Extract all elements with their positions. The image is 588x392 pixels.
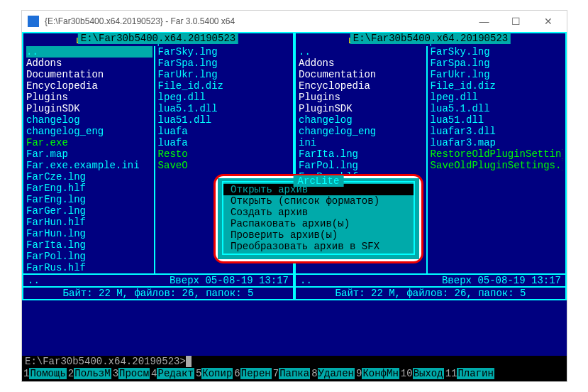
file-item[interactable]: RestoreOldPluginSettin}	[431, 148, 562, 160]
left-panel-path: E:\Far30b5400.x64.20190523	[78, 33, 238, 44]
file-item[interactable]: FarPol.lng	[299, 160, 425, 171]
file-item[interactable]: FarIta.lng	[26, 239, 152, 251]
file-item[interactable]: FarUkr.lng	[158, 69, 290, 80]
file-item[interactable]: FarEng.lng	[26, 194, 152, 205]
file-item[interactable]: Encyclopedia	[299, 80, 425, 92]
fkey-11[interactable]: 11Плагин	[445, 368, 494, 379]
file-item[interactable]: Far.exe.example.ini	[26, 160, 152, 171]
file-item[interactable]: File_id.diz	[158, 80, 290, 92]
file-item[interactable]: lpeg.dll	[158, 92, 290, 103]
fkey-9[interactable]: 9КонфМн	[356, 368, 399, 379]
fkey-5[interactable]: 5Копир	[196, 368, 233, 379]
file-item[interactable]: Plugins	[299, 92, 425, 103]
file-item[interactable]: changelog_eng	[26, 126, 152, 137]
arclite-dialog: ArcLite Открыть архивОткрыть (список фор…	[213, 174, 423, 263]
file-item[interactable]: luafa	[158, 126, 290, 137]
file-item[interactable]: Encyclopedia	[26, 80, 152, 92]
left-footer: .. Вверх 05-08-19 13:17	[23, 273, 293, 286]
file-item[interactable]: changelog	[26, 114, 152, 126]
file-item[interactable]: luafar3.map	[431, 137, 562, 148]
file-item[interactable]: FarUkr.lng	[431, 69, 562, 80]
file-item[interactable]: FarHun.hlf	[26, 217, 152, 228]
app-icon	[28, 16, 39, 27]
file-item[interactable]: File_id.diz	[431, 80, 562, 92]
menu-item[interactable]: Создать архив	[223, 207, 414, 218]
command-line[interactable]: E:\Far30b5400.x64.20190523>	[22, 356, 567, 367]
file-item[interactable]: Plugins	[26, 92, 152, 103]
file-item[interactable]: Documentation	[299, 69, 425, 80]
dialog-menu[interactable]: Открыть архивОткрыть (список форматов)Со…	[223, 184, 414, 252]
file-item[interactable]: ..	[26, 46, 152, 58]
file-item[interactable]: FarSky.lng	[158, 46, 290, 58]
file-item[interactable]: SaveO	[158, 160, 290, 171]
file-item[interactable]: FarGer.lng	[26, 205, 152, 217]
menu-item[interactable]: Преобразовать архив в SFX	[223, 241, 414, 252]
file-item[interactable]: changelog_eng	[299, 126, 425, 137]
window-title: {E:\Far30b5400.x64.20190523} - Far 3.0.5…	[45, 16, 468, 26]
file-item[interactable]: FarIta.lng	[299, 148, 425, 160]
file-item[interactable]: PluginSDK	[299, 103, 425, 114]
file-item[interactable]: FarSpa.lng	[158, 58, 290, 69]
file-item[interactable]: SaveOldPluginSettings.}	[431, 160, 562, 171]
file-item[interactable]: FarSky.lng	[431, 46, 562, 58]
file-item[interactable]: lua5.1.dll	[431, 103, 562, 114]
titlebar: {E:\Far30b5400.x64.20190523} - Far 3.0.5…	[22, 11, 567, 32]
file-item[interactable]: Far.exe	[26, 137, 152, 148]
file-item[interactable]: ini	[299, 137, 425, 148]
file-item[interactable]: luafar3.dll	[431, 126, 562, 137]
close-button[interactable]: ✕	[532, 11, 564, 31]
console-area: E:\Far30b5400.x64.20190523 и Имя │ Имя .…	[22, 32, 567, 356]
bottom-bar: E:\Far30b5400.x64.20190523> 1Помощь2Поль…	[22, 356, 567, 381]
file-item[interactable]: FarPol.lng	[26, 251, 152, 262]
file-item[interactable]: FarCze.lng	[26, 171, 152, 183]
file-item[interactable]: ..	[299, 46, 425, 58]
fkey-2[interactable]: 2ПользМ	[68, 368, 111, 379]
file-item[interactable]: luafa	[158, 137, 290, 148]
fkey-7[interactable]: 7Папка	[273, 368, 310, 379]
file-item[interactable]: Documentation	[26, 69, 152, 80]
fkey-4[interactable]: 4Редакт	[151, 368, 194, 379]
file-item[interactable]: PluginSDK	[26, 103, 152, 114]
file-item[interactable]: FarHun.lng	[26, 228, 152, 239]
left-status: Байт: 22 M, файлов: 26, папок: 5	[23, 286, 293, 299]
fkey-8[interactable]: 8Удален	[311, 368, 355, 379]
file-item[interactable]: lua51.dll	[431, 114, 562, 126]
file-item[interactable]: FarRus.hlf	[26, 262, 152, 273]
menu-item[interactable]: Открыть (список форматов)	[223, 195, 414, 207]
fkey-6[interactable]: 6Перен	[234, 368, 271, 379]
file-item[interactable]: lua5.1.dll	[158, 103, 290, 114]
file-item[interactable]: FarEng.hlf	[26, 183, 152, 194]
prompt: E:\Far30b5400.x64.20190523>	[25, 356, 186, 367]
right-status: Байт: 22 M, файлов: 26, папок: 5	[296, 286, 565, 299]
window-controls: — ☐ ✕	[468, 11, 564, 31]
fkey-1[interactable]: 1Помощь	[23, 368, 67, 379]
file-item[interactable]: FarSpa.lng	[431, 58, 562, 69]
file-item[interactable]: lpeg.dll	[431, 92, 562, 103]
file-item[interactable]: Addons	[26, 58, 152, 69]
file-item[interactable]: changelog	[299, 114, 425, 126]
minimize-button[interactable]: —	[468, 11, 500, 31]
menu-item[interactable]: Распаковать архив(ы)	[223, 218, 414, 229]
maximize-button[interactable]: ☐	[500, 11, 532, 31]
app-window: {E:\Far30b5400.x64.20190523} - Far 3.0.5…	[21, 10, 567, 382]
dialog-highlight: ArcLite Открыть архивОткрыть (список фор…	[213, 174, 423, 263]
dialog-title: ArcLite	[294, 175, 344, 187]
file-item[interactable]: lua51.dll	[158, 114, 290, 126]
fkey-10[interactable]: 10Выход	[401, 368, 444, 379]
cursor	[186, 356, 192, 367]
menu-item[interactable]: Проверить архив(ы)	[223, 229, 414, 241]
dialog-body: ArcLite Открыть архивОткрыть (список фор…	[218, 178, 419, 259]
file-item[interactable]: Far.map	[26, 148, 152, 160]
right-panel-path: E:\Far30b5400.x64.20190523	[350, 33, 511, 44]
right-footer: .. Вверх 05-08-19 13:17	[296, 273, 565, 286]
file-item[interactable]: Resto	[158, 148, 290, 160]
function-keys: 1Помощь2ПользМ3Просм4Редакт5Копир6Перен7…	[22, 367, 567, 380]
file-item[interactable]: Addons	[299, 58, 425, 69]
fkey-3[interactable]: 3Просм	[113, 368, 150, 379]
